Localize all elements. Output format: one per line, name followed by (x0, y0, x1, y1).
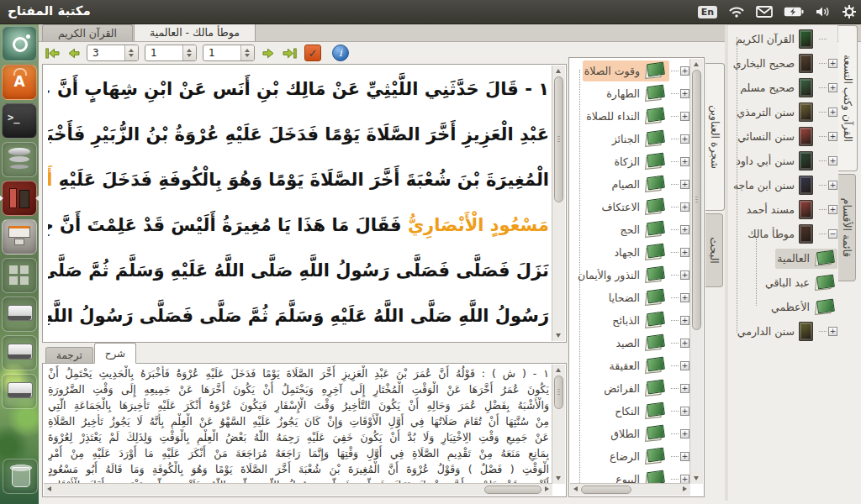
part-spinbox[interactable]: 1 (145, 45, 197, 61)
tree-item-row[interactable]: الطلاق (609, 423, 669, 444)
chapter-tree-item[interactable]: +الرضاع (571, 445, 689, 468)
tree-item-row[interactable]: صحيح مسلم (738, 76, 817, 99)
chapter-tree-item[interactable]: +الطهارة (571, 82, 689, 105)
tree-item-row[interactable]: الجهاد (613, 242, 670, 263)
chapter-tree-item[interactable]: +الصيد (571, 332, 689, 354)
tree-item-row[interactable]: النداء للصلاة (584, 106, 669, 127)
book-tree-item[interactable]: −موطأ مالك (730, 222, 837, 246)
tree-item-row[interactable]: الطهارة (605, 83, 669, 104)
spinner-buttons[interactable] (124, 45, 138, 60)
scroll-up-icon[interactable] (556, 69, 561, 73)
expander-icon[interactable]: + (680, 225, 689, 234)
expander-icon[interactable]: + (828, 205, 837, 214)
book-tree-item[interactable]: عبد الباقي (730, 270, 837, 295)
expander-icon[interactable]: + (680, 293, 689, 302)
session-gear-icon[interactable] (843, 5, 856, 18)
tree-item-row[interactable]: الاعتكاف (600, 197, 669, 218)
spinner-buttons[interactable] (182, 45, 196, 60)
book-tree-item[interactable]: +سنن ابن ماجه (730, 173, 837, 197)
expander-icon[interactable]: + (828, 59, 837, 68)
scroll-left-icon[interactable] (573, 486, 578, 491)
chapter-tree-item[interactable]: +البيوع (571, 468, 689, 483)
tree-item-row[interactable]: سنن الدارمي (736, 320, 817, 343)
side-tab[interactable]: القرآن وكتب التسعة (838, 25, 858, 171)
expander-icon[interactable]: + (680, 429, 689, 438)
tree-item-row[interactable]: العقيقة (608, 355, 669, 376)
expander-icon[interactable]: + (680, 134, 689, 144)
tree-item-row[interactable]: الرضاع (608, 446, 669, 467)
hadith-spinbox[interactable]: 1 (203, 45, 255, 61)
expander-icon[interactable]: + (680, 316, 689, 325)
last-page-button[interactable] (280, 45, 298, 61)
expander-icon[interactable]: + (680, 407, 689, 416)
trash-icon[interactable] (3, 459, 38, 494)
tree-item-row[interactable]: النذور والأيمان (576, 265, 669, 286)
book-tree-item[interactable]: +سنن الترمذي (730, 100, 837, 124)
drive-icon[interactable] (2, 374, 37, 409)
book-tree-item[interactable]: +صحيح مسلم (730, 76, 837, 100)
side-tab[interactable]: قائمة الأقسام (838, 174, 856, 281)
select-check-button[interactable]: ✓ (304, 45, 321, 61)
tree-item-row[interactable]: سنن ابن ماجه (732, 174, 817, 197)
expander-icon[interactable]: + (680, 202, 689, 212)
expander-icon[interactable]: + (680, 66, 689, 76)
tree-item-row[interactable]: الضحايا (607, 287, 669, 308)
battery-icon[interactable] (784, 7, 804, 17)
hadith-text[interactable]: ١ - قَالَ حَدَّثَنِي اللَّيْثِيِّ عَنْ م… (48, 66, 549, 340)
chapter-tree-item[interactable]: +الصيام (571, 173, 689, 196)
wifi-icon[interactable] (728, 6, 745, 18)
commentary-tab[interactable]: ترجمة (45, 347, 93, 363)
expander-icon[interactable]: + (680, 452, 689, 461)
scrollbar-thumb[interactable] (581, 486, 631, 494)
book-tree-item[interactable]: العالمية (730, 246, 837, 270)
drive-icon[interactable] (2, 297, 37, 332)
scrollbar-thumb[interactable] (692, 70, 701, 330)
expander-icon[interactable]: + (680, 384, 689, 393)
tree-item-row[interactable]: عبد الباقي (763, 273, 837, 293)
tree-item-row[interactable]: صحيح البخاري (732, 52, 817, 75)
volume-icon[interactable] (815, 6, 832, 18)
expander-icon[interactable]: + (680, 112, 689, 121)
scroll-down-icon[interactable] (556, 333, 561, 338)
previous-page-button[interactable] (64, 45, 82, 61)
expander-icon[interactable]: + (828, 181, 837, 190)
commentary-text[interactable]: ١ - ( ش ) : قَوْلُهُ أَنَّ عُمَرَ بْنَ ع… (48, 365, 549, 483)
ubuntu-icon[interactable] (2, 26, 37, 61)
book-tree-item[interactable]: +سنن أبي داود (730, 149, 837, 173)
commentary-vertical-scrollbar[interactable] (552, 365, 565, 484)
expander-icon[interactable]: + (680, 475, 689, 483)
tree-item-row[interactable]: الذبائح (610, 310, 669, 331)
chapter-tree-item[interactable]: +العقيقة (571, 354, 689, 377)
book-tree-item[interactable]: +صحيح البخاري (730, 51, 837, 76)
scrollbar-thumb[interactable] (484, 486, 541, 494)
scroll-up-icon[interactable] (556, 368, 561, 372)
mail-icon[interactable] (756, 6, 773, 18)
book-tree-item[interactable]: +مسند أحمد (730, 197, 837, 222)
chapter-tree-item[interactable]: +الجنائز (571, 128, 689, 150)
chapter-tree-item[interactable]: +وقوت الصلاة (571, 60, 689, 82)
tree-item-row[interactable]: سنن النسائي (736, 125, 817, 148)
book-tree-item[interactable]: الأعظمي (730, 295, 837, 319)
expander-icon[interactable]: + (680, 339, 689, 348)
library-icon[interactable] (2, 181, 37, 216)
tree-item-row[interactable]: الصيد (615, 333, 669, 354)
expander-icon[interactable]: + (828, 108, 837, 117)
expander-icon[interactable]: + (680, 157, 689, 166)
workspace-switcher-icon[interactable] (2, 258, 37, 293)
chapter-tree-item[interactable]: +الجهاد (571, 241, 689, 264)
tree-item-row[interactable]: البيوع (614, 469, 669, 483)
commentary-horizontal-scrollbar[interactable] (44, 483, 552, 496)
tree-item-row[interactable]: مسند أحمد (745, 198, 817, 221)
scroll-down-icon[interactable] (556, 476, 561, 480)
tree-item-row[interactable]: الجنائز (610, 129, 669, 150)
book-tree-item[interactable]: +سنن النسائي (730, 124, 837, 149)
expander-icon[interactable]: + (680, 89, 689, 98)
tree-item-row[interactable]: موطأ مالك (746, 223, 817, 245)
chapter-tree-item[interactable]: +النكاح (571, 400, 689, 423)
scrollbar-thumb[interactable] (554, 76, 563, 202)
scroll-down-icon[interactable] (694, 476, 699, 480)
tree-item-row[interactable]: الزكاة (613, 151, 670, 172)
chapter-tree-item[interactable]: +الذبائح (571, 309, 689, 332)
chapter-tree-item[interactable]: +الفرائض (571, 377, 689, 400)
chapter-tree-item[interactable]: +الزكاة (571, 150, 689, 173)
